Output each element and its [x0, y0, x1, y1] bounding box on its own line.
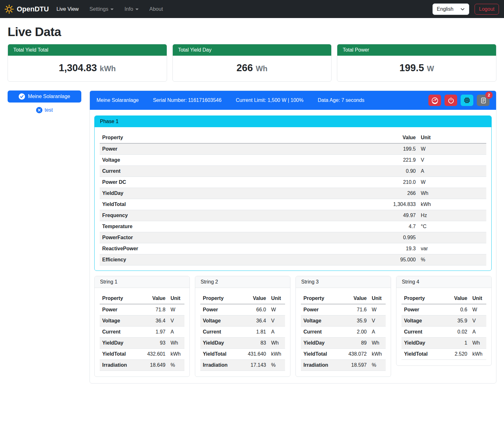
- phase-card: Phase 1 Property Value Unit Power199.5WV…: [94, 115, 492, 271]
- property-cell: Voltage: [301, 315, 341, 327]
- value-cell: 221.9: [380, 155, 418, 166]
- column-header-property: Property: [100, 132, 380, 143]
- nav-item-info[interactable]: Info: [124, 6, 139, 12]
- string-2-card: String 2 Property Value Unit: [195, 276, 290, 377]
- caret-down-icon: [110, 9, 114, 10]
- table-row: Irradiation17.143%: [200, 360, 285, 371]
- table-row: YieldTotal1,304.833kWh: [100, 199, 486, 210]
- table-row: Voltage36.4V: [200, 315, 285, 327]
- unit-cell: °C: [418, 221, 486, 232]
- property-cell: Irradiation: [100, 360, 140, 371]
- string-card-body: Property Value Unit Power71.8WVoltage36.…: [95, 288, 190, 377]
- property-cell: Power: [100, 143, 380, 155]
- unit-cell: %: [418, 254, 486, 265]
- unit-cell: W: [418, 143, 486, 155]
- value-cell: 66.0: [240, 304, 269, 315]
- limit-settings-button[interactable]: [428, 95, 441, 106]
- unit-cell: V: [418, 155, 486, 166]
- power-icon: [448, 97, 454, 104]
- strings-row: String 1 Property Value Unit: [94, 276, 492, 377]
- summary-card-body: 266 Wh: [173, 56, 332, 81]
- table-header-row: Property Value Unit: [200, 293, 285, 304]
- column-header-unit: Unit: [470, 293, 486, 304]
- table-header-row: Property Value Unit: [301, 293, 386, 304]
- unit-cell: kWh: [269, 349, 285, 360]
- summary-card-body: 199.5 W: [337, 56, 496, 81]
- event-log-button[interactable]: 2: [477, 95, 489, 106]
- column-header-value: Value: [441, 293, 470, 304]
- nav-item-settings-label: Settings: [90, 6, 109, 12]
- property-cell: YieldDay: [301, 338, 341, 349]
- value-cell: 1: [441, 338, 470, 349]
- column-header-unit: Unit: [418, 132, 486, 143]
- phase-table: Property Value Unit Power199.5WVoltage22…: [100, 132, 486, 265]
- value-cell: 93: [140, 338, 168, 349]
- string-4-card: String 4 Property Value Unit: [396, 276, 492, 366]
- brand[interactable]: OpenDTU: [4, 4, 49, 14]
- table-row: Irradiation18.597%: [301, 360, 386, 371]
- table-row: Voltage36.4V: [100, 315, 184, 327]
- inverter-limit: Current Limit: 1,500 W | 100%: [236, 97, 303, 103]
- value-cell: 266: [380, 188, 418, 199]
- inverter-serial: Serial Number: 116171603546: [153, 97, 221, 103]
- property-cell: Current: [301, 327, 341, 338]
- table-header-row: Property Value Unit: [401, 293, 486, 304]
- unit-cell: A: [369, 327, 386, 338]
- device-info-button[interactable]: [461, 95, 473, 106]
- string-3-table: Property Value Unit Power71.6WVoltage35.…: [301, 293, 386, 371]
- main-row: Meine Solaranlage test Meine Solaranlage…: [8, 90, 496, 383]
- inverter-test-label: test: [45, 107, 53, 113]
- string-card-body: Property Value Unit Power71.6WVoltage35.…: [296, 288, 391, 377]
- nav-item-live-view[interactable]: Live View: [56, 6, 78, 12]
- property-cell: Voltage: [200, 315, 240, 327]
- logout-button[interactable]: Logout: [475, 4, 499, 15]
- inverter-test-link[interactable]: test: [8, 107, 81, 113]
- property-cell: Current: [200, 327, 240, 338]
- inverter-actions: 2: [428, 95, 489, 106]
- unit-cell: W: [470, 304, 486, 315]
- unit-cell: V: [369, 315, 386, 327]
- unit-cell: A: [269, 327, 285, 338]
- property-cell: PowerFactor: [100, 232, 380, 243]
- value-cell: 432.601: [140, 349, 168, 360]
- brand-label: OpenDTU: [17, 5, 49, 13]
- unit-cell: var: [418, 243, 486, 254]
- language-select[interactable]: English: [432, 3, 469, 15]
- summary-card-total-power: Total Power 199.5 W: [337, 44, 496, 82]
- nav-item-about[interactable]: About: [149, 6, 163, 12]
- table-row: Power199.5W: [100, 143, 486, 155]
- table-row: Power71.8W: [100, 304, 184, 315]
- table-row: Power71.6W: [301, 304, 386, 315]
- value-cell: 71.8: [140, 304, 168, 315]
- property-cell: YieldTotal: [100, 349, 140, 360]
- value-cell: 1.97: [140, 327, 168, 338]
- navbar-right: English Logout: [432, 3, 499, 15]
- table-row: YieldDay89Wh: [301, 338, 386, 349]
- table-row: Power66.0W: [200, 304, 285, 315]
- unit-cell: W: [269, 304, 285, 315]
- summary-card-body: 1,304.83 kWh: [8, 56, 167, 81]
- nav-item-settings[interactable]: Settings: [90, 6, 114, 12]
- unit-cell: Wh: [369, 338, 386, 349]
- value-cell: 0.02: [441, 327, 470, 338]
- table-row: YieldTotal438.072kWh: [301, 349, 386, 360]
- value-cell: 49.97: [380, 210, 418, 221]
- value-cell: 18.597: [341, 360, 369, 371]
- power-button[interactable]: [445, 95, 457, 106]
- summary-card-header: Total Power: [337, 44, 496, 56]
- cpu-icon: [464, 97, 470, 104]
- unit-cell: A: [168, 327, 184, 338]
- property-cell: YieldTotal: [200, 349, 240, 360]
- column-header-property: Property: [301, 293, 341, 304]
- summary-cards-row: Total Yield Total 1,304.83 kWh Total Yie…: [8, 44, 496, 82]
- string-card-header: String 3: [296, 276, 391, 288]
- string-1-card: String 1 Property Value Unit: [94, 276, 190, 377]
- table-row: Voltage221.9V: [100, 155, 486, 166]
- column-header-property: Property: [200, 293, 240, 304]
- inverter-select-button[interactable]: Meine Solaranlage: [8, 90, 81, 103]
- value-cell: 36.4: [240, 315, 269, 327]
- value-cell: 0.90: [380, 166, 418, 177]
- column-header-unit: Unit: [269, 293, 285, 304]
- string-card-body: Property Value Unit Power0.6WVoltage35.9…: [396, 288, 491, 365]
- table-row: YieldTotal2.520kWh: [401, 349, 486, 360]
